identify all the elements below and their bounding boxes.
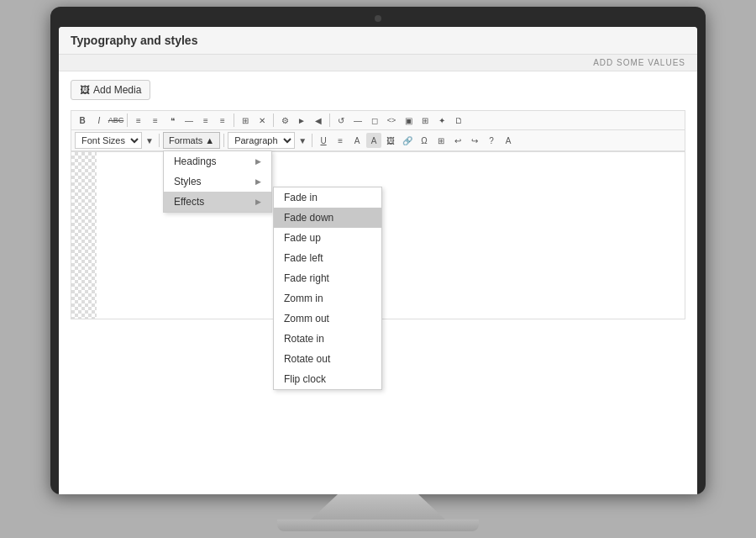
font-sizes-select[interactable]: Font Sizes xyxy=(75,132,142,149)
ol-button[interactable]: ≡ xyxy=(148,113,163,128)
effect-fade-up-label: Fade up xyxy=(284,232,321,244)
remove-format-button[interactable]: ✕ xyxy=(255,113,270,128)
justify-button[interactable]: ≡ xyxy=(333,133,348,148)
effect-fade-up[interactable]: Fade up xyxy=(274,228,381,248)
help-button[interactable]: ? xyxy=(484,133,499,148)
paragraph-select[interactable]: Paragraph xyxy=(228,132,295,149)
effect-fade-in[interactable]: Fade in xyxy=(274,187,381,208)
effect-fade-down-label: Fade down xyxy=(284,212,333,224)
effect-rotate-in-label: Rotate in xyxy=(284,333,324,345)
checkerboard-decoration xyxy=(71,152,97,319)
arrow-button[interactable]: ◀ xyxy=(311,113,326,128)
sep1 xyxy=(127,113,128,127)
effect-fade-left-label: Fade left xyxy=(284,252,323,264)
effect-zomm-in[interactable]: Zomm in xyxy=(274,288,381,309)
anchor-button[interactable]: ✦ xyxy=(434,113,449,128)
effect-flip-clock[interactable]: Flip clock xyxy=(274,369,381,389)
link-button[interactable]: 🔗 xyxy=(400,133,415,148)
effect-fade-down[interactable]: Fade down xyxy=(274,208,381,228)
styles-arrow-icon: ▶ xyxy=(255,177,261,186)
formats-headings-item[interactable]: Headings ▶ xyxy=(164,151,271,171)
box-button[interactable]: ◻ xyxy=(367,113,382,128)
formats-label: Formats xyxy=(169,135,202,145)
page-title: Typography and styles xyxy=(71,34,197,47)
undo-button[interactable]: ↺ xyxy=(333,113,349,128)
effect-fade-right-label: Fade right xyxy=(284,272,329,284)
formats-button[interactable]: Formats ▲ xyxy=(163,132,220,149)
effect-zomm-out[interactable]: Zomm out xyxy=(274,309,381,329)
formats-styles-item[interactable]: Styles ▶ xyxy=(164,171,271,192)
paragraph-arrow: ▼ xyxy=(297,136,308,145)
columns-button[interactable]: ⊞ xyxy=(417,113,433,128)
doc-button[interactable]: 🗋 xyxy=(451,113,466,128)
monitor-camera xyxy=(375,15,381,22)
toolbar-row1: B I ABC ≡ ≡ ❝ — ≡ ≡ ⊞ ✕ ⚙ ► ◀ xyxy=(71,110,685,129)
embed-button[interactable]: ▣ xyxy=(401,113,416,128)
align-center-button[interactable]: ≡ xyxy=(215,113,230,128)
effects-arrow-icon: ▶ xyxy=(255,198,261,206)
effect-fade-in-label: Fade in xyxy=(284,192,318,203)
dash-button[interactable]: — xyxy=(350,113,365,128)
monitor-screen: Typography and styles ADD SOME VALUES 🖼 … xyxy=(59,27,697,494)
image-btn[interactable]: 🖼 xyxy=(383,133,398,148)
headings-label: Headings xyxy=(174,156,217,167)
undo2-button[interactable]: ↩ xyxy=(450,133,465,148)
effect-rotate-out[interactable]: Rotate out xyxy=(274,349,381,369)
source-button[interactable]: A xyxy=(501,133,516,148)
hr-button[interactable]: — xyxy=(181,113,197,128)
effect-fade-left[interactable]: Fade left xyxy=(274,248,381,268)
add-media-button[interactable]: 🖼 Add Media xyxy=(71,80,150,100)
effect-rotate-out-label: Rotate out xyxy=(284,353,330,365)
add-media-icon: 🖼 xyxy=(80,84,90,96)
gear-button[interactable]: ⚙ xyxy=(277,113,292,128)
effect-flip-clock-label: Flip clock xyxy=(284,373,326,385)
sep7 xyxy=(312,134,312,147)
screen-title: Typography and styles xyxy=(59,27,697,55)
formats-arrow-icon: ▲ xyxy=(205,135,214,145)
sep3 xyxy=(273,113,274,127)
formats-dropdown: Headings ▶ Styles ▶ Effects ▶ xyxy=(163,150,272,213)
editor-body: 🖼 Add Media B I ABC ≡ ≡ ❝ — ≡ ≡ xyxy=(59,71,697,494)
effects-submenu: Fade in Fade down Fade up Fade left xyxy=(273,187,382,390)
sep6 xyxy=(223,134,224,147)
top-bar: ADD SOME VALUES xyxy=(59,55,697,71)
effect-zomm-out-label: Zomm out xyxy=(284,313,329,324)
special-char-button[interactable]: Ω xyxy=(417,133,432,148)
italic-button[interactable]: I xyxy=(92,113,107,128)
effect-zomm-in-label: Zomm in xyxy=(284,293,323,304)
code-button[interactable]: <> xyxy=(384,113,399,128)
font-color-button[interactable]: A xyxy=(349,133,365,148)
blockquote-button[interactable]: ❝ xyxy=(165,113,180,128)
add-values-label: ADD SOME VALUES xyxy=(593,58,685,67)
table-button[interactable]: ⊞ xyxy=(238,113,253,128)
ul-button[interactable]: ≡ xyxy=(131,113,146,128)
formats-effects-item[interactable]: Effects ▶ xyxy=(164,192,271,212)
align-left-button[interactable]: ≡ xyxy=(198,113,213,128)
monitor: Typography and styles ADD SOME VALUES 🖼 … xyxy=(50,7,706,494)
headings-arrow-icon: ▶ xyxy=(255,157,261,166)
sep4 xyxy=(329,113,330,127)
effect-rotate-in[interactable]: Rotate in xyxy=(274,329,381,349)
sep5 xyxy=(159,134,160,147)
monitor-base xyxy=(277,520,479,531)
table2-button[interactable]: ⊞ xyxy=(433,133,449,148)
strikethrough-button[interactable]: ABC xyxy=(108,113,123,128)
formats-dropdown-container: Formats ▲ Headings ▶ Styles ▶ xyxy=(163,132,220,149)
styles-label: Styles xyxy=(174,176,202,187)
effects-label: Effects xyxy=(174,196,204,208)
effect-fade-right[interactable]: Fade right xyxy=(274,268,381,288)
redo2-button[interactable]: ↪ xyxy=(467,133,482,148)
flag-button[interactable]: ► xyxy=(294,113,309,128)
font-sizes-arrow: ▼ xyxy=(144,136,155,145)
font-highlight-button[interactable]: A xyxy=(366,133,381,148)
monitor-stand xyxy=(311,494,445,520)
bold-button[interactable]: B xyxy=(75,113,90,128)
underline-button[interactable]: U xyxy=(316,133,331,148)
add-media-label: Add Media xyxy=(93,84,141,96)
sep2 xyxy=(234,113,234,127)
toolbar-row2: Font Sizes ▼ Formats ▲ Headings xyxy=(71,129,685,151)
